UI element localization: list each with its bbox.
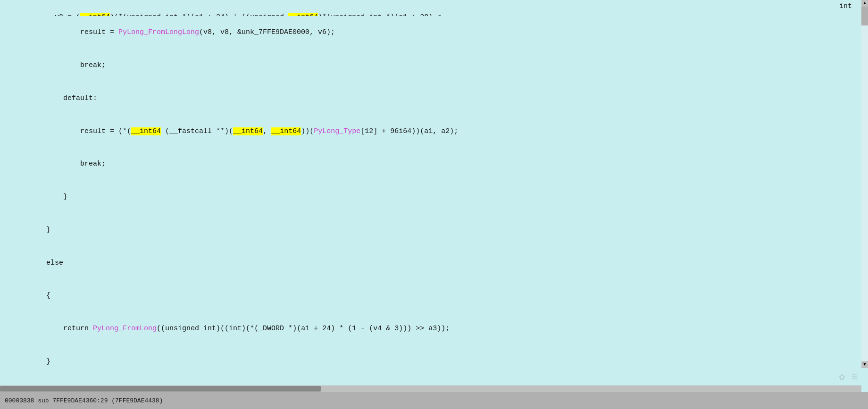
highlight-int64-5: __int64 xyxy=(271,127,301,135)
highlight-int64-3: __int64 xyxy=(131,127,161,135)
highlight-int64-4: __int64 xyxy=(233,127,263,135)
code-line: break; xyxy=(4,49,861,82)
scroll-up-button[interactable]: ▲ xyxy=(861,0,868,7)
code-line: result = PyLong_FromLongLong(v8, v8, &un… xyxy=(4,16,861,49)
status-text: 00003838 sub 7FFE9DAE4360:29 (7FFE9DAE44… xyxy=(5,397,163,404)
code-line: { xyxy=(4,279,861,312)
fn-PyLong_Type: PyLong_Type xyxy=(314,127,360,135)
top-right-int: int xyxy=(839,1,852,12)
watermark: ✿ ≋ xyxy=(839,370,858,383)
code-line: return PyLong_FromLong((unsigned int)((i… xyxy=(4,312,861,345)
fn-PyLong_FromLongLong: PyLong_FromLongLong xyxy=(118,28,199,36)
scroll-thumb[interactable] xyxy=(861,7,868,25)
h-scrollbar-thumb[interactable] xyxy=(0,386,321,392)
code-line: result = (*(__int64 (__fastcall **)(__in… xyxy=(4,115,861,148)
code-line: } xyxy=(4,214,861,247)
code-line: break; xyxy=(4,148,861,181)
code-line: default: xyxy=(4,82,861,115)
scroll-down-button[interactable]: ▼ xyxy=(861,361,868,368)
fn-PyLong_FromLong: PyLong_FromLong xyxy=(93,325,157,333)
code-line: } xyxy=(4,181,861,214)
code-line: else xyxy=(4,246,861,279)
code-editor: result = PyLong_FromLongLong(v8, v8, &un… xyxy=(0,16,861,409)
code-line: } xyxy=(4,345,861,378)
horizontal-scrollbar[interactable] xyxy=(0,385,861,392)
scroll-track xyxy=(861,7,868,361)
status-bar: 00003838 sub 7FFE9DAE4360:29 (7FFE9DAE44… xyxy=(0,392,868,409)
vertical-scrollbar[interactable]: ▲ ▼ xyxy=(861,0,868,368)
